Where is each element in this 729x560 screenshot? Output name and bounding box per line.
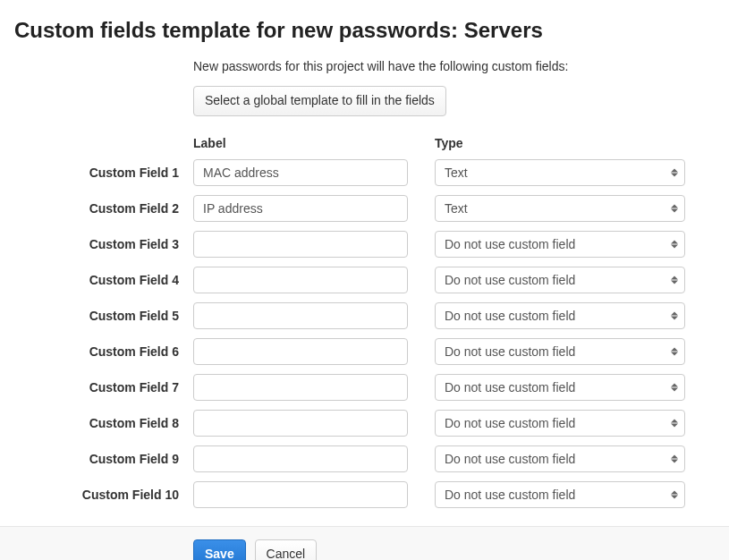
- field-name-label: Custom Field 1: [14, 165, 193, 180]
- field-type-select[interactable]: TextDo not use custom field: [435, 338, 685, 365]
- field-type-select[interactable]: TextDo not use custom field: [435, 374, 685, 401]
- field-label-input[interactable]: [193, 481, 408, 508]
- column-headers: Label Type: [14, 136, 715, 150]
- select-global-template-button[interactable]: Select a global template to fill in the …: [193, 86, 446, 116]
- field-type-select[interactable]: TextDo not use custom field: [435, 159, 685, 186]
- field-name-label: Custom Field 3: [14, 237, 193, 251]
- custom-field-row: Custom Field 3TextDo not use custom fiel…: [14, 231, 715, 258]
- custom-field-row: Custom Field 8TextDo not use custom fiel…: [14, 410, 715, 437]
- custom-field-row: Custom Field 5TextDo not use custom fiel…: [14, 302, 715, 329]
- field-name-label: Custom Field 6: [14, 344, 193, 359]
- field-name-label: Custom Field 5: [14, 309, 193, 323]
- custom-field-row: Custom Field 2TextDo not use custom fiel…: [14, 195, 715, 222]
- intro-text: New passwords for this project will have…: [193, 59, 715, 73]
- field-label-input[interactable]: [193, 302, 408, 329]
- page-title: Custom fields template for new passwords…: [14, 18, 715, 43]
- field-label-input[interactable]: [193, 445, 408, 472]
- custom-field-row: Custom Field 9TextDo not use custom fiel…: [14, 445, 715, 472]
- field-type-select[interactable]: TextDo not use custom field: [435, 445, 685, 472]
- custom-field-row: Custom Field 6TextDo not use custom fiel…: [14, 338, 715, 365]
- label-column-header: Label: [193, 136, 435, 150]
- field-name-label: Custom Field 9: [14, 452, 193, 466]
- field-label-input[interactable]: [193, 159, 408, 186]
- cancel-button[interactable]: Cancel: [255, 539, 318, 560]
- field-label-input[interactable]: [193, 195, 408, 222]
- field-type-select[interactable]: TextDo not use custom field: [435, 267, 685, 293]
- custom-field-row: Custom Field 4TextDo not use custom fiel…: [14, 267, 715, 293]
- field-name-label: Custom Field 10: [14, 488, 193, 502]
- field-type-select[interactable]: TextDo not use custom field: [435, 410, 685, 437]
- field-label-input[interactable]: [193, 231, 408, 258]
- field-name-label: Custom Field 7: [14, 380, 193, 395]
- field-label-input[interactable]: [193, 338, 408, 365]
- field-label-input[interactable]: [193, 374, 408, 401]
- custom-field-row: Custom Field 7TextDo not use custom fiel…: [14, 374, 715, 401]
- field-name-label: Custom Field 4: [14, 273, 193, 287]
- field-name-label: Custom Field 2: [14, 201, 193, 216]
- field-type-select[interactable]: TextDo not use custom field: [435, 231, 685, 258]
- field-label-input[interactable]: [193, 267, 408, 293]
- field-type-select[interactable]: TextDo not use custom field: [435, 195, 685, 222]
- save-button[interactable]: Save: [193, 539, 246, 560]
- custom-field-row: Custom Field 10TextDo not use custom fie…: [14, 481, 715, 508]
- type-column-header: Type: [435, 136, 685, 150]
- field-name-label: Custom Field 8: [14, 416, 193, 430]
- footer-bar: Save Cancel: [0, 526, 729, 560]
- custom-field-row: Custom Field 1TextDo not use custom fiel…: [14, 159, 715, 186]
- field-type-select[interactable]: TextDo not use custom field: [435, 481, 685, 508]
- field-type-select[interactable]: TextDo not use custom field: [435, 302, 685, 329]
- field-label-input[interactable]: [193, 410, 408, 437]
